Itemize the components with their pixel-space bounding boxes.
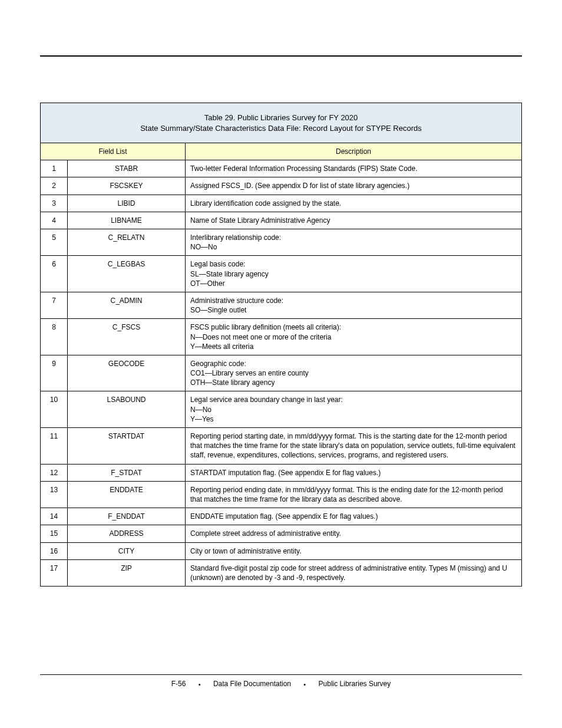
field-description: Two-letter Federal Information Processin… (186, 160, 522, 177)
header-description: Description (336, 147, 371, 156)
field-description: City or town of administrative entity. (186, 542, 522, 559)
field-description: Interlibrary relationship code: NO—No (186, 229, 522, 256)
field-name: STABR (68, 160, 186, 177)
table-row: 14F_ENDDATENDDATE imputation flag. (See … (41, 508, 522, 525)
field-description: Legal service area boundary change in la… (186, 391, 522, 428)
footer-middle: Data File Documentation (213, 680, 291, 688)
field-description: Reporting period starting date, in mm/dd… (186, 428, 522, 465)
row-number: 4 (41, 212, 68, 229)
table-row: 11STARTDATReporting period starting date… (41, 428, 522, 465)
top-spacer (40, 57, 522, 103)
field-description: Legal basis code: SL—State library agenc… (186, 256, 522, 292)
field-name: GEOCODE (68, 355, 186, 391)
table-row: 10LSABOUNDLegal service area boundary ch… (41, 391, 522, 428)
row-number: 6 (41, 256, 68, 292)
field-description: Library identification code assigned by … (186, 195, 522, 212)
field-name: LIBNAME (68, 212, 186, 229)
table-title-row: Table 29. Public Libraries Survey for FY… (41, 103, 522, 143)
field-name: ZIP (68, 559, 186, 586)
table-row: 8C_FSCSFSCS public library definition (m… (41, 319, 522, 355)
row-number: 13 (41, 481, 68, 508)
table-row: 17ZIPStandard five-digit postal zip code… (41, 559, 522, 586)
table-row: 12F_STDATSTARTDAT imputation flag. (See … (41, 464, 522, 481)
field-name: C_LEGBAS (68, 256, 186, 292)
table-title-line1: Table 29. Public Libraries Survey for FY… (204, 113, 358, 122)
page-footer: F-56 • Data File Documentation • Public … (40, 674, 522, 688)
table-header-row: Field List Description (41, 143, 522, 160)
table-title-line2: State Summary/State Characteristics Data… (140, 124, 422, 133)
table-row: 9GEOCODEGeographic code: CO1—Library ser… (41, 355, 522, 391)
table-row: 5C_RELATNInterlibrary relationship code:… (41, 229, 522, 256)
field-name: FSCSKEY (68, 177, 186, 195)
table-row: 1STABRTwo-letter Federal Information Pro… (41, 160, 522, 177)
table-row: 13ENDDATEReporting period ending date, i… (41, 481, 522, 508)
table-row: 6C_LEGBASLegal basis code: SL—State libr… (41, 256, 522, 292)
field-description: Name of State Library Administrative Age… (186, 212, 522, 229)
footer-left: F-56 (171, 680, 186, 688)
table-row: 4LIBNAMEName of State Library Administra… (41, 212, 522, 229)
row-number: 8 (41, 319, 68, 355)
footer-separator: • (188, 681, 211, 688)
row-number: 10 (41, 391, 68, 428)
row-number: 5 (41, 229, 68, 256)
field-description: ENDDATE imputation flag. (See appendix E… (186, 508, 522, 525)
field-description: STARTDAT imputation flag. (See appendix … (186, 464, 522, 481)
row-number: 12 (41, 464, 68, 481)
field-description: Administrative structure code: SO—Single… (186, 292, 522, 318)
table-row: 7C_ADMINAdministrative structure code: S… (41, 292, 522, 318)
field-description: Standard five-digit postal zip code for … (186, 559, 522, 586)
field-name: LIBID (68, 195, 186, 212)
row-number: 9 (41, 355, 68, 391)
field-name: F_ENDDAT (68, 508, 186, 525)
field-description: Geographic code: CO1—Library serves an e… (186, 355, 522, 391)
field-description: FSCS public library definition (meets al… (186, 319, 522, 355)
page-header-rule (40, 35, 522, 57)
field-name: C_RELATN (68, 229, 186, 256)
table-row: 16CITYCity or town of administrative ent… (41, 542, 522, 559)
field-name: ADDRESS (68, 525, 186, 542)
field-name: C_FSCS (68, 319, 186, 355)
row-number: 11 (41, 428, 68, 465)
field-name: LSABOUND (68, 391, 186, 428)
table-row: 3LIBIDLibrary identification code assign… (41, 195, 522, 212)
field-name: ENDDATE (68, 481, 186, 508)
field-name: C_ADMIN (68, 292, 186, 318)
footer-right: Public Libraries Survey (319, 680, 391, 688)
data-dictionary-table: Table 29. Public Libraries Survey for FY… (40, 103, 522, 587)
table-row: 15ADDRESSComplete street address of admi… (41, 525, 522, 542)
row-number: 16 (41, 542, 68, 559)
field-description: Complete street address of administrativ… (186, 525, 522, 542)
row-number: 1 (41, 160, 68, 177)
table-row: 2FSCSKEYAssigned FSCS_ID. (See appendix … (41, 177, 522, 195)
footer-separator: • (293, 681, 316, 688)
field-name: STARTDAT (68, 428, 186, 465)
field-description: Reporting period ending date, in mm/dd/y… (186, 481, 522, 508)
field-name: CITY (68, 542, 186, 559)
row-number: 7 (41, 292, 68, 318)
row-number: 3 (41, 195, 68, 212)
row-number: 15 (41, 525, 68, 542)
field-description: Assigned FSCS_ID. (See appendix D for li… (186, 177, 522, 195)
field-name: F_STDAT (68, 464, 186, 481)
row-number: 2 (41, 177, 68, 195)
row-number: 14 (41, 508, 68, 525)
row-number: 17 (41, 559, 68, 586)
header-field-list: Field List (98, 147, 127, 156)
